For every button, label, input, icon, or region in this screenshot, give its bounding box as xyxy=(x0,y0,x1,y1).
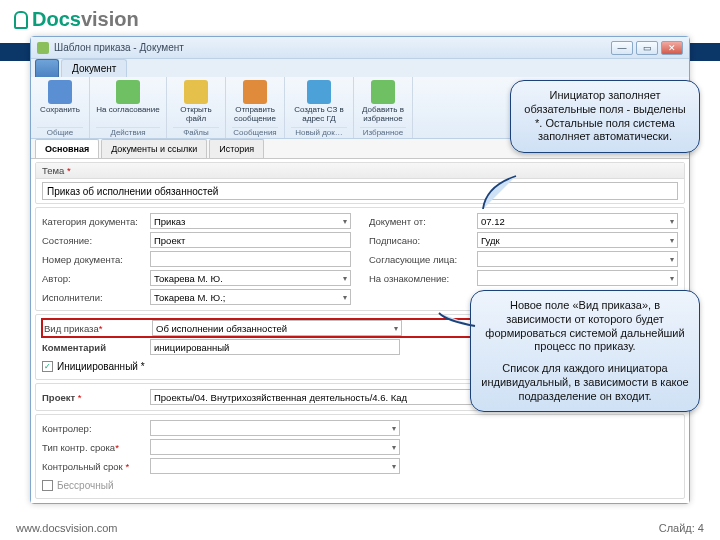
section-theme: Тема * xyxy=(35,162,685,204)
approve-button[interactable]: На согласование xyxy=(96,80,160,115)
theme-input[interactable] xyxy=(42,182,678,200)
executors-input[interactable]: Токарева М. Ю.; xyxy=(150,289,351,305)
app-icon xyxy=(37,42,49,54)
category-input[interactable]: Приказ xyxy=(150,213,351,229)
ribbon-group-favorites: Добавить в избранное Избранное xyxy=(354,77,413,138)
open-file-button[interactable]: Открыть файл xyxy=(173,80,219,124)
save-button[interactable]: Сохранить xyxy=(37,80,83,115)
controller-input[interactable] xyxy=(150,420,400,436)
number-input[interactable] xyxy=(150,251,351,267)
number-label: Номер документа: xyxy=(42,254,150,265)
comment-input[interactable]: инициированный xyxy=(150,339,400,355)
category-label: Категория документа: xyxy=(42,216,150,227)
executors-label: Исполнители: xyxy=(42,292,150,303)
signed-input[interactable]: Гудк xyxy=(477,232,678,248)
perm-label: Бессрочный xyxy=(57,480,114,491)
perm-checkbox[interactable]: ✓ xyxy=(42,480,53,491)
ribbon-group-newdoc: Создать СЗ в адрес ГД Новый док… xyxy=(285,77,354,138)
term-label: Контрольный срок * xyxy=(42,461,150,472)
folder-icon xyxy=(184,80,208,104)
send-message-button[interactable]: Отправить сообщение xyxy=(232,80,278,124)
tab-history[interactable]: История xyxy=(209,139,264,158)
section-control: Контролер: Тип контр. срока* Контрольный… xyxy=(35,414,685,499)
theme-label: Тема * xyxy=(36,163,684,179)
new-doc-icon xyxy=(307,80,331,104)
ribbon-group-general: Сохранить Общие xyxy=(31,77,90,138)
star-icon xyxy=(371,80,395,104)
ribbon-tab-document[interactable]: Документ xyxy=(61,59,127,77)
ribbon-group-files: Открыть файл Файлы xyxy=(167,77,226,138)
controller-label: Контролер: xyxy=(42,423,150,434)
termtype-label: Тип контр. срока* xyxy=(42,442,150,453)
review-input[interactable] xyxy=(477,270,678,286)
state-input[interactable]: Проект xyxy=(150,232,351,248)
maximize-button[interactable]: ▭ xyxy=(636,41,658,55)
brand-logo: Docsvision xyxy=(14,8,139,31)
slide-number: Слайд: 4 xyxy=(659,522,704,534)
minimize-button[interactable]: — xyxy=(611,41,633,55)
kind-label: Вид приказа* xyxy=(44,323,152,334)
callout-required-fields: Инициатор заполняет обязательные поля - … xyxy=(510,80,700,153)
footer-url: www.docsvision.com xyxy=(16,522,117,534)
docdate-input[interactable]: 07.12 xyxy=(477,213,678,229)
ribbon-tabs: Документ xyxy=(31,59,689,77)
tab-links[interactable]: Документы и ссылки xyxy=(101,139,207,158)
term-input[interactable] xyxy=(150,458,400,474)
state-label: Состояние: xyxy=(42,235,150,246)
paperclip-icon xyxy=(14,11,28,29)
signed-label: Подписано: xyxy=(369,235,477,246)
initiated-label: Инициированный * xyxy=(57,361,145,372)
tab-main[interactable]: Основная xyxy=(35,139,99,158)
ribbon-group-messages: Отправить сообщение Сообщения xyxy=(226,77,285,138)
ribbon-tab-file[interactable] xyxy=(35,59,59,77)
comment-label: Комментарий xyxy=(42,342,150,353)
save-icon xyxy=(48,80,72,104)
agree-input[interactable] xyxy=(477,251,678,267)
docdate-label: Документ от: xyxy=(369,216,477,227)
close-button[interactable]: ✕ xyxy=(661,41,683,55)
create-sz-button[interactable]: Создать СЗ в адрес ГД xyxy=(291,80,347,124)
ribbon-group-actions: На согласование Действия xyxy=(90,77,167,138)
initiated-checkbox[interactable]: ✓ xyxy=(42,361,53,372)
agree-label: Согласующие лица: xyxy=(369,254,477,265)
add-favorite-button[interactable]: Добавить в избранное xyxy=(360,80,406,124)
author-input[interactable]: Токарева М. Ю. xyxy=(150,270,351,286)
kind-input[interactable]: Об исполнении обязанностей xyxy=(152,320,402,336)
author-label: Автор: xyxy=(42,273,150,284)
titlebar: Шаблон приказа - Документ — ▭ ✕ xyxy=(31,37,689,59)
callout-kind-field: Новое поле «Вид приказа», в зависимости … xyxy=(470,290,700,412)
review-label: На ознакомление: xyxy=(369,273,477,284)
window-title: Шаблон приказа - Документ xyxy=(54,42,184,53)
mail-icon xyxy=(243,80,267,104)
project-label: Проект * xyxy=(42,392,150,403)
termtype-input[interactable] xyxy=(150,439,400,455)
play-icon xyxy=(116,80,140,104)
